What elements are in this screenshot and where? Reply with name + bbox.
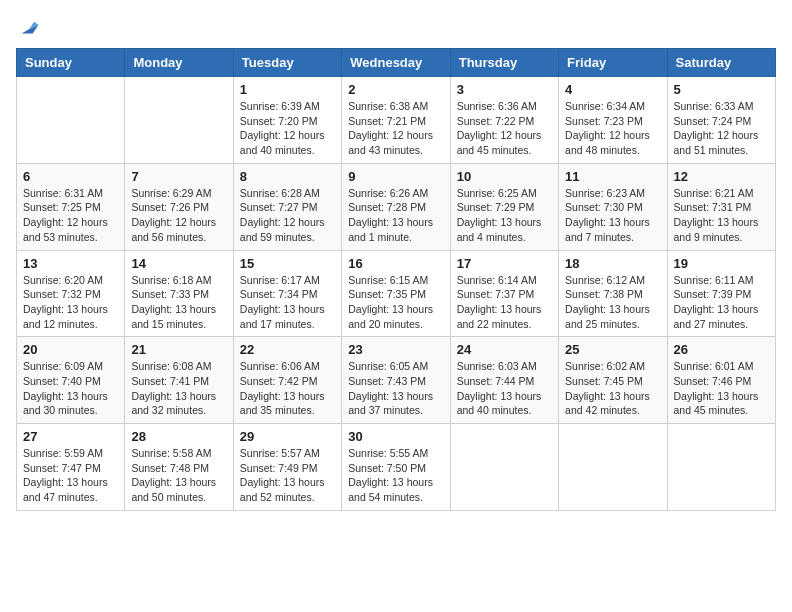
calendar-cell: 18Sunrise: 6:12 AM Sunset: 7:38 PM Dayli… (559, 250, 667, 337)
day-info: Sunrise: 6:14 AM Sunset: 7:37 PM Dayligh… (457, 273, 552, 332)
calendar-week-row: 6Sunrise: 6:31 AM Sunset: 7:25 PM Daylig… (17, 163, 776, 250)
calendar-week-row: 27Sunrise: 5:59 AM Sunset: 7:47 PM Dayli… (17, 424, 776, 511)
day-info: Sunrise: 6:36 AM Sunset: 7:22 PM Dayligh… (457, 99, 552, 158)
page-header (16, 16, 776, 38)
calendar-cell: 1Sunrise: 6:39 AM Sunset: 7:20 PM Daylig… (233, 77, 341, 164)
day-number: 1 (240, 82, 335, 97)
day-info: Sunrise: 6:06 AM Sunset: 7:42 PM Dayligh… (240, 359, 335, 418)
calendar-cell: 10Sunrise: 6:25 AM Sunset: 7:29 PM Dayli… (450, 163, 558, 250)
day-info: Sunrise: 6:31 AM Sunset: 7:25 PM Dayligh… (23, 186, 118, 245)
calendar-cell: 17Sunrise: 6:14 AM Sunset: 7:37 PM Dayli… (450, 250, 558, 337)
day-number: 9 (348, 169, 443, 184)
day-number: 10 (457, 169, 552, 184)
calendar-cell: 23Sunrise: 6:05 AM Sunset: 7:43 PM Dayli… (342, 337, 450, 424)
calendar-week-row: 1Sunrise: 6:39 AM Sunset: 7:20 PM Daylig… (17, 77, 776, 164)
day-number: 27 (23, 429, 118, 444)
calendar-cell: 19Sunrise: 6:11 AM Sunset: 7:39 PM Dayli… (667, 250, 775, 337)
svg-marker-0 (22, 25, 39, 34)
day-number: 15 (240, 256, 335, 271)
day-number: 3 (457, 82, 552, 97)
day-info: Sunrise: 5:55 AM Sunset: 7:50 PM Dayligh… (348, 446, 443, 505)
calendar-cell: 3Sunrise: 6:36 AM Sunset: 7:22 PM Daylig… (450, 77, 558, 164)
calendar-cell: 22Sunrise: 6:06 AM Sunset: 7:42 PM Dayli… (233, 337, 341, 424)
calendar-cell: 8Sunrise: 6:28 AM Sunset: 7:27 PM Daylig… (233, 163, 341, 250)
day-info: Sunrise: 6:09 AM Sunset: 7:40 PM Dayligh… (23, 359, 118, 418)
weekday-header: Tuesday (233, 49, 341, 77)
day-info: Sunrise: 6:21 AM Sunset: 7:31 PM Dayligh… (674, 186, 769, 245)
day-number: 2 (348, 82, 443, 97)
calendar-cell: 14Sunrise: 6:18 AM Sunset: 7:33 PM Dayli… (125, 250, 233, 337)
calendar-cell (667, 424, 775, 511)
day-info: Sunrise: 6:01 AM Sunset: 7:46 PM Dayligh… (674, 359, 769, 418)
calendar-cell: 2Sunrise: 6:38 AM Sunset: 7:21 PM Daylig… (342, 77, 450, 164)
day-info: Sunrise: 6:20 AM Sunset: 7:32 PM Dayligh… (23, 273, 118, 332)
day-info: Sunrise: 6:03 AM Sunset: 7:44 PM Dayligh… (457, 359, 552, 418)
day-number: 5 (674, 82, 769, 97)
calendar-cell: 11Sunrise: 6:23 AM Sunset: 7:30 PM Dayli… (559, 163, 667, 250)
day-number: 24 (457, 342, 552, 357)
calendar-cell (450, 424, 558, 511)
calendar-cell: 5Sunrise: 6:33 AM Sunset: 7:24 PM Daylig… (667, 77, 775, 164)
day-info: Sunrise: 6:12 AM Sunset: 7:38 PM Dayligh… (565, 273, 660, 332)
day-number: 25 (565, 342, 660, 357)
day-info: Sunrise: 6:25 AM Sunset: 7:29 PM Dayligh… (457, 186, 552, 245)
day-number: 6 (23, 169, 118, 184)
day-number: 8 (240, 169, 335, 184)
weekday-header: Monday (125, 49, 233, 77)
day-number: 11 (565, 169, 660, 184)
logo-icon (18, 16, 40, 38)
calendar-cell: 27Sunrise: 5:59 AM Sunset: 7:47 PM Dayli… (17, 424, 125, 511)
day-info: Sunrise: 6:17 AM Sunset: 7:34 PM Dayligh… (240, 273, 335, 332)
calendar-cell: 20Sunrise: 6:09 AM Sunset: 7:40 PM Dayli… (17, 337, 125, 424)
day-info: Sunrise: 6:38 AM Sunset: 7:21 PM Dayligh… (348, 99, 443, 158)
day-number: 18 (565, 256, 660, 271)
day-info: Sunrise: 6:18 AM Sunset: 7:33 PM Dayligh… (131, 273, 226, 332)
day-number: 30 (348, 429, 443, 444)
calendar-cell: 7Sunrise: 6:29 AM Sunset: 7:26 PM Daylig… (125, 163, 233, 250)
calendar-cell: 4Sunrise: 6:34 AM Sunset: 7:23 PM Daylig… (559, 77, 667, 164)
calendar-cell: 9Sunrise: 6:26 AM Sunset: 7:28 PM Daylig… (342, 163, 450, 250)
day-number: 26 (674, 342, 769, 357)
weekday-header: Thursday (450, 49, 558, 77)
day-number: 20 (23, 342, 118, 357)
weekday-header: Wednesday (342, 49, 450, 77)
day-number: 21 (131, 342, 226, 357)
day-info: Sunrise: 6:39 AM Sunset: 7:20 PM Dayligh… (240, 99, 335, 158)
day-info: Sunrise: 6:02 AM Sunset: 7:45 PM Dayligh… (565, 359, 660, 418)
day-number: 22 (240, 342, 335, 357)
calendar-cell: 26Sunrise: 6:01 AM Sunset: 7:46 PM Dayli… (667, 337, 775, 424)
day-info: Sunrise: 6:05 AM Sunset: 7:43 PM Dayligh… (348, 359, 443, 418)
weekday-header: Friday (559, 49, 667, 77)
day-number: 12 (674, 169, 769, 184)
calendar-cell: 29Sunrise: 5:57 AM Sunset: 7:49 PM Dayli… (233, 424, 341, 511)
calendar-cell: 28Sunrise: 5:58 AM Sunset: 7:48 PM Dayli… (125, 424, 233, 511)
day-info: Sunrise: 6:15 AM Sunset: 7:35 PM Dayligh… (348, 273, 443, 332)
calendar-cell (17, 77, 125, 164)
day-info: Sunrise: 5:58 AM Sunset: 7:48 PM Dayligh… (131, 446, 226, 505)
calendar-cell (559, 424, 667, 511)
day-number: 7 (131, 169, 226, 184)
logo (16, 16, 40, 38)
day-info: Sunrise: 5:57 AM Sunset: 7:49 PM Dayligh… (240, 446, 335, 505)
day-info: Sunrise: 6:34 AM Sunset: 7:23 PM Dayligh… (565, 99, 660, 158)
day-number: 29 (240, 429, 335, 444)
calendar-cell: 24Sunrise: 6:03 AM Sunset: 7:44 PM Dayli… (450, 337, 558, 424)
calendar-cell: 16Sunrise: 6:15 AM Sunset: 7:35 PM Dayli… (342, 250, 450, 337)
calendar-cell: 25Sunrise: 6:02 AM Sunset: 7:45 PM Dayli… (559, 337, 667, 424)
day-number: 19 (674, 256, 769, 271)
calendar-cell: 30Sunrise: 5:55 AM Sunset: 7:50 PM Dayli… (342, 424, 450, 511)
day-info: Sunrise: 6:11 AM Sunset: 7:39 PM Dayligh… (674, 273, 769, 332)
calendar-cell: 12Sunrise: 6:21 AM Sunset: 7:31 PM Dayli… (667, 163, 775, 250)
day-number: 17 (457, 256, 552, 271)
day-number: 16 (348, 256, 443, 271)
day-info: Sunrise: 6:29 AM Sunset: 7:26 PM Dayligh… (131, 186, 226, 245)
day-info: Sunrise: 6:26 AM Sunset: 7:28 PM Dayligh… (348, 186, 443, 245)
day-number: 23 (348, 342, 443, 357)
day-number: 28 (131, 429, 226, 444)
calendar-table: SundayMondayTuesdayWednesdayThursdayFrid… (16, 48, 776, 511)
calendar-cell: 15Sunrise: 6:17 AM Sunset: 7:34 PM Dayli… (233, 250, 341, 337)
day-number: 14 (131, 256, 226, 271)
day-info: Sunrise: 6:28 AM Sunset: 7:27 PM Dayligh… (240, 186, 335, 245)
calendar-week-row: 13Sunrise: 6:20 AM Sunset: 7:32 PM Dayli… (17, 250, 776, 337)
calendar-header-row: SundayMondayTuesdayWednesdayThursdayFrid… (17, 49, 776, 77)
